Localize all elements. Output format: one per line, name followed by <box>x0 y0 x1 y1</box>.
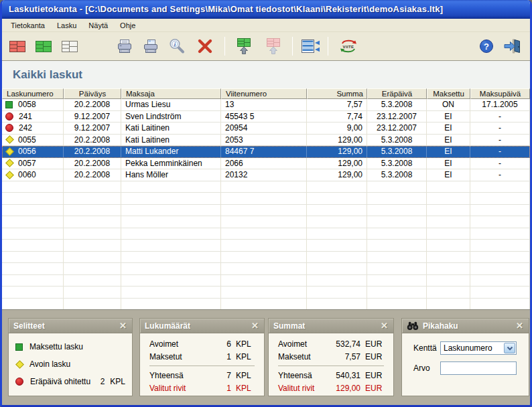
cell-viitenumero <box>221 181 307 193</box>
sum-row-maksetut: Maksetut 7,57 EUR <box>278 350 384 363</box>
cell-maksaja: Sven Lindström <box>121 111 221 123</box>
column-header-summa[interactable]: Summa <box>307 88 367 99</box>
invoice-number: 242 <box>19 123 32 133</box>
sums-list: Avoimet 532,74 EUR Maksetut 7,57 EUR Yht… <box>269 333 393 396</box>
invoice-row[interactable]: 005620.2.2008Matti Lukander84467 7129,00… <box>2 146 530 158</box>
close-icon[interactable]: ✕ <box>119 321 127 330</box>
app-window: Laskutietokanta - [C:\Documents and Sett… <box>0 0 532 407</box>
empty-row <box>2 252 530 264</box>
counts-list: Avoimet 6 KPL Maksetut 1 KPL Yhteensä 7 … <box>140 333 264 396</box>
count-row-avoimet: Avoimet 6 KPL <box>149 337 255 350</box>
cell-maksupaiva <box>470 263 530 275</box>
cell-viitenumero <box>221 240 307 252</box>
cell-erapaiva <box>367 181 427 193</box>
search-value-input[interactable] <box>440 361 517 375</box>
cell-laskunumero <box>2 228 64 240</box>
cell-viitenumero: 2066 <box>221 158 307 170</box>
menu-nayta[interactable]: Näytä <box>82 20 114 31</box>
column-header-erapaiva[interactable]: Eräpäivä <box>367 88 427 99</box>
viite-refresh-button[interactable]: VIITE <box>336 34 360 58</box>
cell-viitenumero <box>221 216 307 228</box>
panel-summat: Summat ✕ Avoimet 532,74 EUR Maksetut 7,5… <box>268 318 394 396</box>
cell-paivays <box>64 299 121 310</box>
cell-maksaja <box>121 275 221 287</box>
invoice-row[interactable]: 006020.2.2008Hans Möller20132129,005.3.2… <box>2 169 530 181</box>
column-header-paivays[interactable]: Päiväys <box>64 88 121 99</box>
panel-title: Selitteet <box>13 321 119 331</box>
invoice-number: 0057 <box>18 159 36 168</box>
import-rows-button[interactable] <box>235 34 253 58</box>
cell-maksupaiva <box>470 240 530 252</box>
cell-paivays <box>64 252 121 264</box>
invoice-row[interactable]: 005820.2.2008Urmas Liesu137,575.3.2008ON… <box>2 99 530 111</box>
chevron-down-icon[interactable] <box>504 343 515 353</box>
cell-maksupaiva: - <box>470 135 530 147</box>
invoice-row[interactable]: 005520.2.2008Kati Laitinen2053129,005.3.… <box>2 135 530 147</box>
delete-invoice-button[interactable] <box>195 34 215 58</box>
cell-summa <box>307 228 367 240</box>
invoice-number: 0055 <box>18 135 36 145</box>
help-button[interactable]: ? <box>478 34 495 58</box>
menu-tietokanta[interactable]: Tietokanta <box>5 20 51 31</box>
preview-button[interactable]: i <box>167 34 188 58</box>
cell-paivays: 20.2.2008 <box>64 158 121 170</box>
invoice-number: 0058 <box>18 100 36 109</box>
empty-row <box>2 299 530 310</box>
close-icon[interactable]: ✕ <box>251 321 259 330</box>
cell-maksettu: EI <box>427 135 470 147</box>
menu-lasku[interactable]: Lasku <box>51 20 82 31</box>
panel-lukumaarat: Lukumäärät ✕ Avoimet 6 KPL Maksetut 1 KP… <box>139 318 265 396</box>
cell-maksupaiva: - <box>470 123 530 135</box>
invoice-row[interactable]: 2429.12.2007Kati Laitinen209549,0023.12.… <box>2 123 530 135</box>
invoice-row[interactable]: 005720.2.2008Pekka Lemminkäinen2066129,0… <box>2 158 530 170</box>
grid-up-arrow-disabled-icon <box>265 37 281 55</box>
cell-laskunumero <box>2 181 64 193</box>
cell-viitenumero <box>221 228 307 240</box>
overdue-circle-icon <box>15 378 23 386</box>
cell-laskunumero: 0056 <box>2 146 64 158</box>
cell-maksupaiva <box>470 252 530 264</box>
value-label: Arvo <box>413 363 440 373</box>
empty-row <box>2 205 530 217</box>
cell-viitenumero: 13 <box>221 99 307 111</box>
cell-maksaja: Urmas Liesu <box>121 99 221 111</box>
divider <box>149 365 255 366</box>
cell-maksupaiva <box>470 287 530 299</box>
cell-maksaja <box>121 263 221 275</box>
cell-maksaja: Matti Lukander <box>121 146 221 158</box>
close-icon[interactable]: ✕ <box>515 321 524 330</box>
column-header-laskunumero[interactable]: Laskunumero <box>2 88 64 99</box>
cell-maksettu <box>427 240 470 252</box>
view-open-invoices-button[interactable] <box>60 34 80 58</box>
print-list-button[interactable] <box>141 34 161 58</box>
column-header-viitenumero[interactable]: Viitenumero <box>221 88 307 99</box>
menu-ohje[interactable]: Ohje <box>114 20 141 31</box>
cell-erapaiva: 5.3.2008 <box>367 135 427 147</box>
cell-laskunumero <box>2 263 64 275</box>
cell-laskunumero: 0058 <box>2 99 64 111</box>
legend-item-open: Avoin lasku <box>15 355 125 373</box>
cell-maksupaiva: - <box>470 146 530 158</box>
quick-search-form: Kenttä Laskunumero Arvo <box>402 333 529 396</box>
cell-viitenumero <box>221 263 307 275</box>
sum-row-valitut-rivit: Valitut rivit 129,00 EUR <box>278 382 384 394</box>
cell-paivays <box>64 181 121 193</box>
invoice-row[interactable]: 2419.12.2007Sven Lindström45543 57,7423.… <box>2 111 530 123</box>
close-icon[interactable]: ✕ <box>380 321 389 330</box>
column-header-maksettu[interactable]: Maksettu <box>427 88 470 99</box>
column-header-maksaja[interactable]: Maksaja <box>121 88 221 99</box>
column-header-maksupaiva[interactable]: Maksupäivä <box>470 88 530 99</box>
cell-viitenumero <box>221 205 307 217</box>
exit-button[interactable] <box>502 34 522 58</box>
toolbar: i VIITE ? <box>2 32 530 61</box>
toolbar-separator <box>292 37 293 56</box>
view-paid-invoices-button[interactable] <box>34 34 54 58</box>
print-button[interactable] <box>115 34 135 58</box>
filter-rows-button[interactable] <box>300 34 322 58</box>
search-field-select[interactable]: Laskunumero <box>440 341 517 355</box>
count-row-yhteensa: Yhteensä 7 KPL <box>149 369 255 382</box>
import-rows-disabled-button[interactable] <box>264 34 283 58</box>
cell-paivays <box>64 275 121 287</box>
cell-maksupaiva: 17.1.2005 <box>470 99 530 111</box>
view-all-invoices-button[interactable] <box>7 34 27 58</box>
